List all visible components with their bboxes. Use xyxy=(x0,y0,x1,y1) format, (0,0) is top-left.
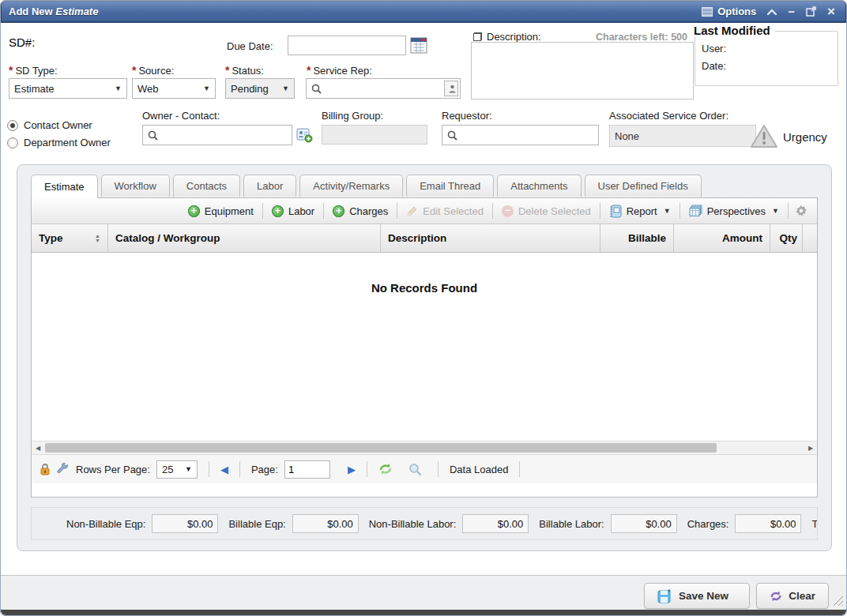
due-date-input[interactable] xyxy=(288,36,406,55)
calendar-icon[interactable] xyxy=(408,36,429,55)
scroll-left-icon[interactable]: ◀ xyxy=(32,441,44,454)
column-header-catalog-workgroup[interactable]: Catalog / Workgroup xyxy=(108,224,381,252)
tab-email-thread[interactable]: Email Thread xyxy=(406,175,494,197)
tab-labor[interactable]: Labor xyxy=(243,175,296,197)
column-header-qty[interactable]: Qty xyxy=(770,224,803,252)
wrench-icon[interactable] xyxy=(57,463,70,475)
add-contact-icon[interactable] xyxy=(296,127,313,145)
last-modified-date-label: Date: xyxy=(702,60,726,72)
scroll-right-icon[interactable]: ▶ xyxy=(804,441,817,454)
search-icon xyxy=(447,130,457,141)
contact-owner-radio[interactable]: Contact Owner xyxy=(7,119,92,131)
column-header-billable[interactable]: Billable xyxy=(600,224,674,252)
plus-icon: + xyxy=(333,205,344,217)
tab-container: Estimate Workflow Contacts Labor Activit… xyxy=(17,164,832,551)
total-grand: Total: xyxy=(811,514,818,533)
service-rep-search[interactable] xyxy=(306,78,461,99)
tab-workflow[interactable]: Workflow xyxy=(101,175,170,197)
close-icon[interactable]: × xyxy=(827,6,835,17)
next-page-icon[interactable]: ▶ xyxy=(348,464,356,475)
add-equipment-button[interactable]: + Equipment xyxy=(181,202,261,220)
sd-type-label: *SD Type: xyxy=(9,64,58,77)
sort-icon[interactable]: ▲▼ xyxy=(95,234,100,243)
tab-activity-remarks[interactable]: Activity/Remarks xyxy=(299,175,403,197)
column-header-amount[interactable]: Amount xyxy=(674,224,770,252)
resize-handle[interactable] xyxy=(832,595,843,606)
owner-contact-input[interactable] xyxy=(161,126,292,145)
dialog-title: Add New Estimate xyxy=(9,6,98,17)
refresh-icon[interactable] xyxy=(378,463,393,475)
select-person-icon[interactable] xyxy=(444,81,458,96)
minus-icon: − xyxy=(502,205,514,217)
chevron-down-icon: ▼ xyxy=(282,85,289,92)
lock-icon[interactable] xyxy=(40,463,51,475)
scrollbar-thumb[interactable] xyxy=(45,443,717,453)
last-modified-panel: Last Modified User: Date: xyxy=(695,31,838,86)
requestor-search[interactable] xyxy=(442,125,599,145)
page-input[interactable] xyxy=(284,460,330,479)
last-modified-title: Last Modified xyxy=(694,24,775,37)
titlebar: Add New Estimate Options − × xyxy=(1,1,846,23)
options-button[interactable]: Options xyxy=(702,6,756,17)
add-labor-button[interactable]: + Labor xyxy=(265,202,322,220)
billing-group-input xyxy=(322,125,427,145)
requestor-input[interactable] xyxy=(461,126,598,145)
chevron-down-icon: ▼ xyxy=(664,207,671,215)
status-select[interactable]: Pending▼ xyxy=(225,78,295,99)
add-charges-button[interactable]: + Charges xyxy=(326,202,395,220)
contact-owner-label: Contact Owner xyxy=(24,119,92,131)
tab-attachments[interactable]: Attachments xyxy=(497,175,581,197)
search-icon xyxy=(148,130,158,141)
sd-number-label: SD#: xyxy=(9,36,35,49)
rows-per-page-label: Rows Per Page: xyxy=(76,464,150,475)
department-owner-label: Department Owner xyxy=(24,137,111,148)
report-menu-button[interactable]: Report▼ xyxy=(602,202,678,220)
plus-icon: + xyxy=(188,205,200,217)
owner-contact-search[interactable] xyxy=(142,125,292,145)
expand-description-icon[interactable] xyxy=(473,32,482,41)
rows-per-page-select[interactable]: 25▼ xyxy=(156,460,198,479)
radio-selected-icon xyxy=(7,120,18,131)
pagination-bar: Rows Per Page: 25▼ ◀ Page: ▶ Data Loaded xyxy=(32,454,817,483)
column-header-spacer xyxy=(803,224,817,252)
popout-icon[interactable] xyxy=(806,6,816,17)
total-non-billable-eqp: Non-Billable Eqp: xyxy=(66,514,218,533)
search-records-icon[interactable] xyxy=(408,463,422,476)
service-rep-input[interactable] xyxy=(325,79,444,98)
clear-button[interactable]: Clear xyxy=(756,583,829,609)
clear-refresh-icon xyxy=(770,590,782,603)
save-new-button[interactable]: Save New xyxy=(644,583,750,609)
column-header-description[interactable]: Description xyxy=(381,224,600,252)
minimize-icon[interactable]: − xyxy=(788,8,795,16)
delete-selected-button[interactable]: − Delete Selected xyxy=(495,202,598,220)
due-date-label: Due Date: xyxy=(227,40,273,52)
urgency-warning-icon[interactable] xyxy=(750,124,778,151)
collapse-icon[interactable] xyxy=(767,9,777,15)
perspectives-menu-button[interactable]: Perspectives▼ xyxy=(682,202,786,220)
grid-settings-button[interactable] xyxy=(790,202,812,220)
total-non-billable-labor: Non-Billable Labor: xyxy=(369,514,529,533)
tab-estimate[interactable]: Estimate xyxy=(31,175,98,198)
chevron-down-icon: ▼ xyxy=(115,85,122,92)
page-label: Page: xyxy=(251,464,278,475)
last-modified-user-label: User: xyxy=(702,43,726,54)
associated-service-order-label: Associated Service Order: xyxy=(609,110,728,122)
horizontal-scrollbar[interactable]: ◀ ▶ xyxy=(32,441,817,454)
tab-contacts[interactable]: Contacts xyxy=(173,175,240,197)
description-textarea[interactable] xyxy=(471,42,694,100)
tab-user-defined-fields[interactable]: User Defined Fields xyxy=(585,175,702,197)
sd-type-select[interactable]: Estimate▼ xyxy=(9,78,127,99)
column-header-type[interactable]: Type ▲▼ xyxy=(32,224,108,252)
billing-group-label: Billing Group: xyxy=(322,110,383,122)
plus-icon: + xyxy=(272,205,284,217)
add-new-estimate-dialog: Add New Estimate Options − × SD#: Due Da… xyxy=(0,0,847,616)
report-icon xyxy=(609,205,622,218)
department-owner-radio[interactable]: Department Owner xyxy=(7,137,111,148)
grid-header: Type ▲▼ Catalog / Workgroup Description … xyxy=(32,224,817,253)
tab-strip: Estimate Workflow Contacts Labor Activit… xyxy=(31,175,702,197)
edit-selected-button[interactable]: Edit Selected xyxy=(399,202,491,220)
prev-page-icon[interactable]: ◀ xyxy=(220,464,228,475)
header-form: SD#: Due Date: Description: Characters l… xyxy=(1,23,847,163)
source-select[interactable]: Web▼ xyxy=(132,78,216,99)
chevron-down-icon: ▼ xyxy=(203,85,210,92)
